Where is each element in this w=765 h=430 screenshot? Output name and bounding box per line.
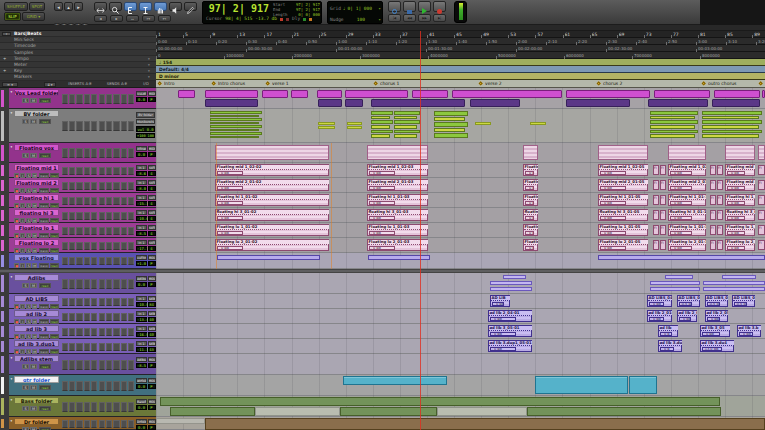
midi-clip-bar[interactable] [598, 255, 765, 260]
input-monitor-button[interactable]: I [20, 349, 25, 354]
pan-display[interactable]: 4 [148, 171, 156, 176]
track-view-selector[interactable]: wave [39, 334, 49, 339]
send-slot[interactable] [106, 402, 112, 412]
insert-slot[interactable] [91, 298, 97, 306]
mute-button[interactable]: M [30, 406, 37, 412]
nudge-value[interactable]: 100 [357, 17, 365, 22]
send-slot[interactable] [121, 381, 127, 391]
bv-clip-stripe[interactable] [210, 118, 262, 121]
bv-clip-stripe[interactable] [318, 122, 335, 125]
send-slot[interactable] [113, 328, 119, 336]
insert-slot[interactable] [69, 167, 75, 175]
folder-clip-striped[interactable] [523, 145, 538, 160]
bv-clip-stripe[interactable] [702, 125, 759, 129]
output-path-selector[interactable]: noFB [148, 165, 156, 170]
audio-clip[interactable] [527, 407, 721, 416]
volume-display[interactable]: 0.0 [136, 405, 147, 410]
insert-slot[interactable] [62, 182, 68, 190]
pan-display[interactable]: 43 [148, 347, 156, 352]
insert-slot[interactable] [84, 167, 90, 175]
audio-clip[interactable]: Fl [653, 195, 659, 205]
bv-clip-stripe[interactable] [371, 116, 390, 120]
solo-button[interactable]: S [22, 364, 29, 370]
pan-display[interactable]: +100 100 [136, 133, 155, 139]
input-monitor-button[interactable]: I [20, 173, 25, 178]
send-slot[interactable] [99, 242, 105, 250]
folder-clip-segment[interactable] [205, 90, 258, 99]
midi-clip-bar[interactable] [368, 255, 430, 260]
send-slot[interactable] [106, 381, 112, 391]
track-name[interactable]: Floating lo 2 [14, 239, 59, 246]
clip-gain-label[interactable]: - 0 dB [369, 186, 395, 191]
edit-aux-button-2[interactable]: ↔ [126, 15, 139, 22]
clip-gain-label[interactable]: - 0 dB [217, 231, 243, 236]
insert-slot[interactable] [84, 257, 90, 265]
insert-slot[interactable] [76, 167, 82, 175]
clip-gain-label[interactable]: - 0 dB [492, 302, 504, 307]
clip-gain-label[interactable]: - 0 dB [649, 317, 664, 322]
send-slot[interactable] [121, 343, 127, 351]
insert-slot[interactable] [84, 402, 90, 412]
send-slot[interactable] [121, 212, 127, 220]
solo-button[interactable]: S [26, 218, 31, 223]
bv-clip-stripe[interactable] [394, 130, 420, 134]
insert-slot[interactable] [69, 257, 75, 265]
mute-button[interactable]: M [32, 188, 37, 193]
automation-mode-selector[interactable]: read [39, 98, 51, 104]
automation-mode-selector[interactable]: read [50, 319, 60, 324]
bv-clip-stripe[interactable] [394, 120, 420, 124]
folder-clip-bar[interactable] [722, 275, 756, 279]
insert-slot[interactable] [69, 343, 75, 351]
clip-gain-label[interactable]: - 0 d [660, 347, 674, 352]
pan-display[interactable]: 4 [148, 231, 156, 236]
send-slot[interactable] [121, 167, 127, 175]
output-path-selector[interactable]: MOU.. [148, 255, 156, 260]
audio-clip[interactable]: Fl [710, 225, 716, 235]
zoom-tool-button[interactable] [109, 2, 122, 11]
send-slot[interactable] [121, 227, 127, 235]
clip-gain-label[interactable]: - 0 dB [217, 171, 243, 176]
input-path-selector[interactable]: VxLdfol [136, 91, 147, 96]
send-slot[interactable] [121, 328, 127, 336]
input-path-selector[interactable]: In 1 [136, 296, 147, 301]
send-slot[interactable] [113, 381, 119, 391]
send-slot[interactable] [99, 298, 105, 306]
output-path-selector[interactable]: MOU.. [148, 276, 156, 281]
insert-slot[interactable] [84, 242, 90, 250]
clip-gain-label[interactable]: - 0 dB [490, 347, 516, 352]
audio-clip[interactable]: Fl [653, 180, 659, 190]
insert-slot[interactable] [62, 167, 68, 175]
track-list-menu-icon[interactable]: ≡ ▾ [2, 82, 18, 87]
solo-button[interactable]: S [26, 233, 31, 238]
track-view-selector[interactable]: wave [39, 188, 49, 193]
audio-clip[interactable] [343, 376, 447, 385]
bv-clip-stripe[interactable] [394, 116, 417, 120]
bv-clip-stripe[interactable] [702, 111, 762, 115]
volume-display[interactable]: -15.3 [136, 201, 147, 206]
shuffle-mode-button[interactable]: SHUFFLE [4, 2, 28, 11]
track-name[interactable]: Adlibs stem [14, 355, 59, 362]
transport-rew-button[interactable]: ◀◀ [403, 14, 416, 22]
record-enable-button[interactable]: ● [14, 218, 19, 223]
audio-clip[interactable]: Fl [660, 240, 666, 250]
track-view-selector[interactable]: wave [39, 203, 49, 208]
input-path-selector[interactable]: Xfingrs [136, 146, 147, 151]
volume-display[interactable]: -17.7 [136, 246, 147, 251]
insert-slot[interactable] [69, 298, 75, 306]
send-slot[interactable] [113, 402, 119, 412]
track-view-selector[interactable]: wave [39, 248, 49, 253]
insert-slot[interactable] [62, 242, 68, 250]
volume-display[interactable]: 0.0 [136, 384, 147, 389]
bv-clip-stripe[interactable] [702, 116, 759, 120]
send-slot[interactable] [113, 257, 119, 265]
clip-gain-label[interactable]: - 0 dB [490, 317, 516, 322]
bv-clip-stripe[interactable] [650, 134, 695, 138]
input-path-selector[interactable]: BV folder [136, 112, 155, 118]
audio-clip[interactable]: Fl [653, 210, 659, 220]
track-view-selector[interactable]: wave [39, 319, 49, 324]
send-slot[interactable] [99, 360, 105, 370]
audio-clip[interactable]: Fl [717, 165, 723, 175]
output-path-selector[interactable]: Adlbs [148, 296, 156, 301]
insert-slot[interactable] [91, 167, 97, 175]
bv-clip-stripe[interactable] [210, 122, 259, 125]
